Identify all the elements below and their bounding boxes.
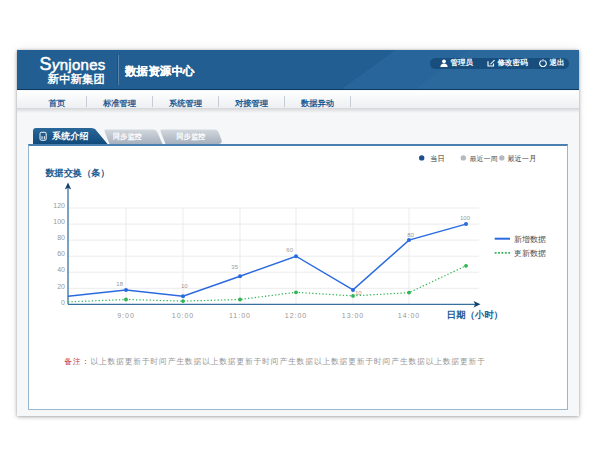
svg-text:80: 80 bbox=[57, 234, 65, 241]
svg-text:12:00: 12:00 bbox=[285, 312, 308, 319]
svg-text:最近一月: 最近一月 bbox=[507, 154, 536, 163]
svg-text:40: 40 bbox=[57, 266, 65, 273]
svg-text:10:00: 10:00 bbox=[172, 312, 195, 319]
svg-text:100: 100 bbox=[53, 218, 65, 225]
svg-text:数据交换（条）: 数据交换（条） bbox=[44, 167, 109, 178]
svg-text:更新数据: 更新数据 bbox=[514, 249, 546, 258]
svg-text:120: 120 bbox=[53, 202, 65, 209]
svg-text:100: 100 bbox=[460, 215, 471, 221]
svg-text:同步监控: 同步监控 bbox=[113, 132, 143, 141]
svg-text:10: 10 bbox=[181, 283, 188, 289]
svg-text:0: 0 bbox=[61, 299, 65, 306]
svg-text:9:00: 9:00 bbox=[117, 312, 135, 319]
svg-text:35: 35 bbox=[231, 264, 238, 270]
svg-text:日期（小时）: 日期（小时） bbox=[447, 309, 503, 321]
svg-text:10: 10 bbox=[355, 290, 362, 296]
svg-text:新增数据: 新增数据 bbox=[514, 235, 546, 244]
svg-text:80: 80 bbox=[407, 232, 414, 238]
svg-text:系统介绍: 系统介绍 bbox=[51, 131, 89, 141]
svg-text:同步监控: 同步监控 bbox=[177, 132, 207, 141]
svg-text:当日: 当日 bbox=[430, 154, 444, 163]
svg-text:13:00: 13:00 bbox=[342, 312, 365, 319]
svg-text:20: 20 bbox=[57, 283, 65, 290]
svg-text:18: 18 bbox=[116, 281, 123, 287]
svg-text:14:00: 14:00 bbox=[398, 312, 421, 319]
svg-text:11:00: 11:00 bbox=[229, 312, 251, 319]
svg-text:最近一周: 最近一周 bbox=[470, 155, 498, 162]
svg-text:60: 60 bbox=[57, 250, 65, 257]
svg-text:60: 60 bbox=[286, 247, 293, 253]
